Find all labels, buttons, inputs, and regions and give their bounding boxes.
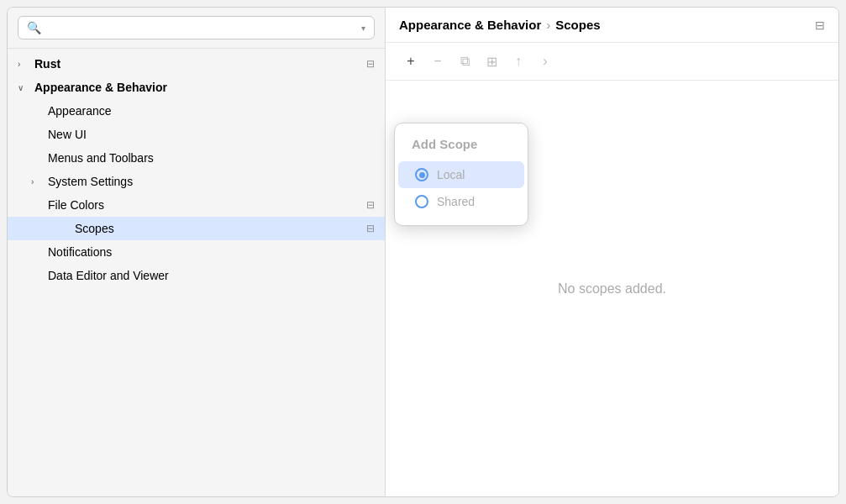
page-icon: ⊟: [366, 58, 375, 70]
sidebar-item-appearance[interactable]: Appearance: [8, 99, 385, 123]
toolbar: + − ⧉ ⊞ ↑ ›: [386, 43, 838, 81]
radio-local-icon: [415, 168, 428, 181]
radio-shared-icon: [415, 195, 428, 208]
sidebar-item-label: New UI: [48, 128, 375, 141]
breadcrumb-separator: ›: [546, 18, 550, 32]
sidebar-item-new-ui[interactable]: New UI: [8, 123, 385, 146]
sidebar-item-label: Appearance: [48, 104, 375, 118]
add-scope-button[interactable]: +: [399, 50, 423, 73]
sidebar-item-data-editor[interactable]: Data Editor and Viewer: [8, 264, 385, 287]
save-scope-button[interactable]: ⊞: [480, 50, 503, 73]
panel-page-icon: ⊟: [815, 18, 825, 32]
search-input-wrapper[interactable]: 🔍 ▾: [18, 16, 375, 39]
popup-title: Add Scope: [395, 137, 528, 161]
empty-state-text: No scopes added.: [558, 281, 666, 297]
sidebar-item-label: Menus and Toolbars: [48, 151, 375, 165]
sidebar-item-label: File Colors: [48, 198, 363, 212]
remove-scope-button[interactable]: −: [426, 50, 449, 73]
search-dropdown-icon[interactable]: ▾: [361, 24, 365, 33]
sidebar-item-label: Rust: [34, 57, 363, 71]
sidebar-item-label: Appearance & Behavior: [34, 81, 375, 94]
nav-tree: › Rust ⊟ ∨ Appearance & Behavior Appeara…: [8, 49, 385, 496]
panel-content: No scopes added. Add Scope Local Shared …: [386, 81, 838, 496]
search-input[interactable]: [46, 22, 356, 34]
breadcrumb-part2: Scopes: [555, 18, 600, 32]
search-icon: 🔍: [27, 21, 41, 34]
sidebar-item-appearance-behavior[interactable]: ∨ Appearance & Behavior: [8, 76, 385, 99]
popup-option-shared[interactable]: Shared: [398, 188, 524, 215]
export-scope-button[interactable]: ↑: [507, 50, 530, 73]
breadcrumb: Appearance & Behavior › Scopes: [399, 18, 601, 32]
sidebar-item-notifications[interactable]: Notifications: [8, 240, 385, 264]
sidebar-item-label: Data Editor and Viewer: [48, 269, 375, 282]
add-scope-popup: Add Scope Local Shared: [394, 123, 528, 226]
page-icon: ⊟: [366, 199, 375, 211]
sidebar-item-file-colors[interactable]: File Colors ⊟: [8, 193, 385, 217]
chevron-right-icon: ›: [18, 60, 31, 69]
popup-option-local-label: Local: [437, 168, 465, 181]
copy-scope-button[interactable]: ⧉: [453, 50, 476, 73]
search-bar: 🔍 ▾: [8, 8, 385, 49]
panel-header: Appearance & Behavior › Scopes ⊟: [386, 8, 838, 43]
sidebar: 🔍 ▾ › Rust ⊟ ∨ Appearance & Behavior App…: [8, 8, 386, 496]
page-icon: ⊟: [366, 223, 375, 234]
popup-option-local[interactable]: Local: [398, 161, 524, 188]
popup-option-shared-label: Shared: [437, 195, 475, 208]
sidebar-item-system-settings[interactable]: › System Settings: [8, 170, 385, 193]
breadcrumb-part1: Appearance & Behavior: [399, 18, 541, 32]
sidebar-item-label: Scopes: [75, 222, 363, 235]
sidebar-item-label: Notifications: [48, 245, 375, 259]
more-button[interactable]: ›: [533, 50, 557, 73]
chevron-down-icon: ∨: [18, 83, 31, 92]
sidebar-item-label: System Settings: [48, 175, 375, 188]
sidebar-item-scopes[interactable]: Scopes ⊟: [8, 217, 385, 240]
chevron-right-icon: ›: [31, 177, 45, 186]
right-panel: Appearance & Behavior › Scopes ⊟ + − ⧉ ⊞…: [386, 8, 838, 496]
sidebar-item-rust[interactable]: › Rust ⊟: [8, 52, 385, 76]
sidebar-item-menus-toolbars[interactable]: Menus and Toolbars: [8, 146, 385, 170]
